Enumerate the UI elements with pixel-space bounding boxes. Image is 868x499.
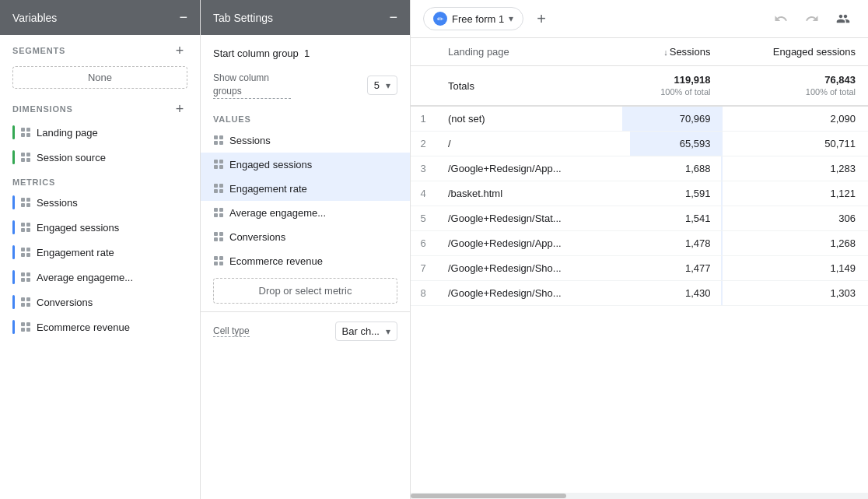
row-dimension: / xyxy=(436,132,622,156)
segments-section-header: SEGMENTS + xyxy=(0,35,200,61)
row-engaged: 50,711 xyxy=(723,132,868,156)
row-num: 5 xyxy=(411,206,436,231)
drag-icon xyxy=(214,160,223,169)
metrics-label: METRICS xyxy=(12,177,55,187)
variables-panel-header: Variables − xyxy=(0,0,200,35)
drag-icon xyxy=(214,232,223,241)
show-col-groups-select[interactable]: 5 xyxy=(367,76,397,95)
tab-pill-freeform[interactable]: ✏ Free form 1 ▾ xyxy=(423,7,523,30)
totals-label: Totals xyxy=(436,66,622,107)
col-header-sessions[interactable]: ↓Sessions xyxy=(622,38,723,66)
add-tab-btn[interactable]: + xyxy=(530,7,553,30)
table-row[interactable]: 6 /Google+Redesign/App... 1,478 1,268 xyxy=(411,231,868,256)
table-row[interactable]: 8 /Google+Redesign/Sho... 1,430 1,303 xyxy=(411,281,868,306)
row-dimension: /Google+Redesign/Stat... xyxy=(436,206,622,231)
row-num: 8 xyxy=(411,281,436,306)
table-row[interactable]: 4 /basket.html 1,591 1,121 xyxy=(411,181,868,206)
horizontal-scrollbar[interactable] xyxy=(411,493,868,499)
settings-panel: Tab Settings − Start column group 1 Show… xyxy=(201,0,411,499)
drag-icon xyxy=(21,272,30,282)
value-avg-engagement[interactable]: Average engageme... xyxy=(201,201,410,225)
metric-engagement-rate[interactable]: Engagement rate xyxy=(0,240,200,265)
drag-icon xyxy=(21,297,30,307)
metric-sessions-label: Sessions xyxy=(37,197,78,209)
table-header-row: Landing page ↓Sessions Engaged sessions xyxy=(411,38,868,66)
undo-btn[interactable] xyxy=(768,6,793,31)
dim-session-source[interactable]: Session source xyxy=(0,145,200,170)
row-num: 1 xyxy=(411,106,436,132)
drag-icon xyxy=(214,184,223,193)
drag-icon xyxy=(21,322,30,332)
value-sessions[interactable]: Sessions xyxy=(201,128,410,153)
row-num: 7 xyxy=(411,256,436,281)
metric-conversions[interactable]: Conversions xyxy=(0,290,200,315)
table-row[interactable]: 2 / 65,593 50,711 xyxy=(411,132,868,156)
cell-type-label: Cell type xyxy=(213,325,250,337)
metric-engaged-sessions-label: Engaged sessions xyxy=(37,222,119,234)
table-row[interactable]: 3 /Google+Redesign/App... 1,688 1,283 xyxy=(411,156,868,181)
segments-none-btn[interactable]: None xyxy=(12,66,187,89)
metric-bar-icon xyxy=(12,270,15,284)
metrics-section-header: METRICS xyxy=(0,170,200,190)
drag-icon xyxy=(21,153,30,162)
dim-session-source-label: Session source xyxy=(37,152,106,163)
metric-bar-icon xyxy=(12,220,15,234)
dimensions-add-btn[interactable]: + xyxy=(172,101,187,117)
values-label: VALUES xyxy=(213,114,251,124)
scrollbar-thumb[interactable] xyxy=(411,494,566,498)
row-sessions: 1,688 xyxy=(622,156,723,181)
show-col-groups-label: Show column groups xyxy=(213,72,291,99)
dim-bar-icon xyxy=(12,150,15,164)
metric-bar-icon xyxy=(12,295,15,309)
metric-avg-engagement[interactable]: Average engageme... xyxy=(0,265,200,290)
metric-engagement-rate-label: Engagement rate xyxy=(37,247,114,258)
row-engaged: 1,303 xyxy=(723,281,868,306)
value-ecommerce-revenue[interactable]: Ecommerce revenue xyxy=(201,249,410,273)
segments-add-btn[interactable]: + xyxy=(172,43,187,58)
cell-type-value: Bar ch... xyxy=(342,325,380,337)
value-engaged-sessions[interactable]: Engaged sessions xyxy=(201,153,410,177)
start-col-group-label: Start column group xyxy=(213,47,299,59)
values-section-header: VALUES xyxy=(201,105,410,128)
row-dimension: /Google+Redesign/App... xyxy=(436,156,622,181)
row-engaged: 1,268 xyxy=(723,231,868,256)
dim-landing-page-label: Landing page xyxy=(37,127,98,139)
edit-icon: ✏ xyxy=(433,12,447,26)
metric-bar-icon xyxy=(12,320,15,334)
col-header-engaged: Engaged sessions xyxy=(723,38,868,66)
row-dimension: /basket.html xyxy=(436,181,622,206)
dimensions-section-header: DIMENSIONS + xyxy=(0,93,200,120)
drop-metric-btn[interactable]: Drop or select metric xyxy=(213,278,397,304)
value-engagement-rate-label: Engagement rate xyxy=(229,183,307,195)
variables-collapse-btn[interactable]: − xyxy=(179,9,187,26)
row-dimension: (not set) xyxy=(436,106,622,132)
share-btn[interactable] xyxy=(831,6,856,31)
value-engagement-rate[interactable]: Engagement rate xyxy=(201,177,410,201)
row-engaged: 1,149 xyxy=(723,256,868,281)
metric-bar-icon xyxy=(12,195,15,209)
settings-title: Tab Settings xyxy=(213,12,273,24)
cell-type-select[interactable]: Bar ch... xyxy=(335,322,397,341)
drag-icon xyxy=(214,208,223,217)
metric-bar-icon xyxy=(12,245,15,259)
value-conversions[interactable]: Conversions xyxy=(201,225,410,249)
row-engaged: 1,283 xyxy=(723,156,868,181)
drag-icon xyxy=(21,248,30,257)
settings-collapse-btn[interactable]: − xyxy=(389,9,397,26)
redo-btn[interactable] xyxy=(800,6,824,31)
start-col-group-value: 1 xyxy=(304,47,310,59)
tab-label: Free form 1 xyxy=(452,13,504,25)
dimensions-label: DIMENSIONS xyxy=(12,104,73,114)
start-col-group-row: Start column group 1 xyxy=(201,35,410,65)
show-col-groups-select-value: 5 xyxy=(374,79,380,91)
table-row[interactable]: 1 (not set) 70,969 2,090 xyxy=(411,106,868,132)
dim-landing-page[interactable]: Landing page xyxy=(0,120,200,145)
metric-sessions[interactable]: Sessions xyxy=(0,190,200,215)
table-row[interactable]: 5 /Google+Redesign/Stat... 1,541 306 xyxy=(411,206,868,231)
value-ecommerce-revenue-label: Ecommerce revenue xyxy=(229,255,323,267)
table-row[interactable]: 7 /Google+Redesign/Sho... 1,477 1,149 xyxy=(411,256,868,281)
metric-ecommerce-revenue[interactable]: Ecommerce revenue xyxy=(0,315,200,339)
row-dimension: /Google+Redesign/Sho... xyxy=(436,256,622,281)
metric-engaged-sessions[interactable]: Engaged sessions xyxy=(0,215,200,240)
data-table: Landing page ↓Sessions Engaged sessions … xyxy=(411,38,868,306)
